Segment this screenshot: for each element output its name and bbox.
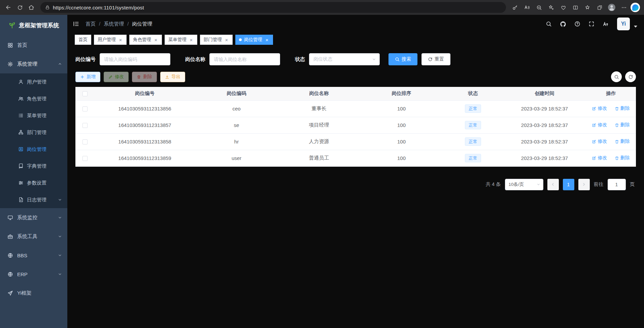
sidebar-item-post-mgmt[interactable]: 岗位管理 [0,141,67,158]
row-checkbox[interactable] [82,123,88,128]
sidebar-item-erp[interactable]: ERP [0,265,67,284]
row-edit-link[interactable]: 修改 [592,138,607,144]
trash-icon [615,139,619,144]
row-checkbox[interactable] [82,106,88,111]
sidebar-item-label: 用户管理 [27,79,46,85]
breadcrumb-system-mgmt[interactable]: 系统管理 [104,21,132,27]
browser-menu-icon[interactable] [618,2,629,13]
sidebar-item-user-mgmt[interactable]: 用户管理 [0,73,67,90]
document-icon [18,197,24,202]
search-form: 岗位编号 岗位名称 状态 岗位状态 搜索 [75,53,636,65]
cell-post-id: 1641030593112313856 [94,100,195,117]
add-button[interactable]: 新增 [75,72,100,82]
refresh-table-button[interactable] [625,71,636,82]
sidebar-item-yi-framework[interactable]: Yi框架 [0,284,67,302]
status-label: 状态 [295,56,305,63]
delete-button[interactable]: 删除 [132,72,157,82]
favorites-icon[interactable] [582,2,593,13]
row-edit-link[interactable]: 修改 [592,155,607,161]
search-icon[interactable] [546,21,552,27]
tab-label: 首页 [78,37,88,43]
sidebar-item-system-monitor[interactable]: 系统监控 [0,208,67,227]
tab-user-mgmt[interactable]: 用户管理 [94,35,127,45]
sidebar-item-dict-mgmt[interactable]: 字典管理 [0,158,67,174]
row-delete-link[interactable]: 删除 [615,122,630,128]
export-button[interactable]: 导出 [160,72,185,82]
tab-post-mgmt[interactable]: 岗位管理 [235,35,273,45]
add-favorite-icon[interactable] [546,2,556,13]
row-edit-link[interactable]: 修改 [592,105,607,111]
user-avatar[interactable]: Yi [617,18,630,30]
help-icon[interactable] [574,21,580,27]
split-screen-icon[interactable] [570,2,581,13]
browser-back-button[interactable] [3,2,14,13]
prev-page-button[interactable] [547,179,559,190]
close-tab-icon[interactable] [189,37,194,42]
row-delete-link[interactable]: 删除 [615,105,630,111]
tab-home[interactable]: 首页 [75,35,91,45]
app-header: 首页 系统管理 岗位管理 Yi [67,15,644,33]
toggle-search-button[interactable] [611,71,622,82]
caret-down-icon[interactable] [634,26,637,28]
sidebar-item-home[interactable]: 首页 [0,36,67,55]
users-icon [18,96,24,101]
font-size-icon[interactable] [603,21,609,27]
search-icon [395,57,400,62]
breadcrumb-home[interactable]: 首页 [86,21,104,27]
row-edit-link[interactable]: 修改 [592,122,607,128]
sidebar-item-menu-mgmt[interactable]: 菜单管理 [0,107,67,124]
sidebar-toggle-icon[interactable] [73,21,79,27]
status-select[interactable]: 岗位状态 [309,53,380,65]
profile-avatar-icon[interactable] [606,2,617,13]
tab-role-mgmt[interactable]: 角色管理 [129,35,162,45]
page-size-select[interactable]: 10条/页 [505,179,543,190]
browser-refresh-button[interactable] [14,2,26,13]
copilot-icon[interactable] [631,3,640,12]
app-window: 意框架管理系统 首页 系统管理 用户管理 角色管理 菜单管理 [0,15,644,328]
sidebar-item-param-settings[interactable]: 参数设置 [0,174,67,191]
sidebar-item-dept-mgmt[interactable]: 部门管理 [0,124,67,141]
close-tab-icon[interactable] [265,37,269,42]
read-aloud-icon[interactable] [521,2,532,13]
fullscreen-icon[interactable] [588,21,595,27]
search-button[interactable]: 搜索 [388,53,417,65]
collections-icon[interactable] [594,2,605,13]
sidebar-item-bbs[interactable]: BBS [0,246,67,265]
close-tab-icon[interactable] [224,37,229,42]
password-key-icon[interactable] [509,2,520,13]
leaf-logo-icon [8,22,16,29]
sidebar-item-system-mgmt[interactable]: 系统管理 [0,55,67,73]
sidebar-item-label: 首页 [17,42,27,48]
close-tab-icon[interactable] [154,37,158,42]
reset-button[interactable]: 重置 [421,53,450,65]
header-created-time: 创建时间 [503,87,586,100]
sidebar-item-label: 参数设置 [27,180,46,186]
sidebar-item-system-tools[interactable]: 系统工具 [0,227,67,246]
zoom-out-icon[interactable] [534,2,544,13]
post-name-input[interactable] [209,53,280,65]
row-delete-link[interactable]: 删除 [615,155,630,161]
github-icon[interactable] [560,21,566,27]
edit-button[interactable]: 修改 [104,72,129,82]
row-checkbox[interactable] [82,156,88,161]
address-bar[interactable]: https://ccnetcore.com:1101/system/post [40,2,506,13]
row-checkbox[interactable] [82,139,88,144]
edit-button-label: 修改 [115,74,124,80]
tab-dept-mgmt[interactable]: 部门管理 [200,35,233,45]
tab-menu-mgmt[interactable]: 菜单管理 [165,35,197,45]
post-code-input[interactable] [100,53,170,65]
table-row: 1641030593112313857 se 项目经理 100 正常 2023-… [75,117,636,133]
sidebar: 意框架管理系统 首页 系统管理 用户管理 角色管理 菜单管理 [0,15,67,328]
select-all-checkbox[interactable] [82,91,88,96]
browser-essentials-icon[interactable] [558,2,569,13]
sidebar-item-role-mgmt[interactable]: 角色管理 [0,90,67,107]
goto-page-input[interactable] [608,179,626,190]
page-number-button[interactable]: 1 [563,179,574,190]
browser-home-button[interactable] [26,2,37,13]
chevron-down-icon [58,216,62,220]
next-page-button[interactable] [578,179,590,190]
close-tab-icon[interactable] [118,37,123,42]
row-delete-link[interactable]: 删除 [615,138,630,144]
sidebar-item-log-mgmt[interactable]: 日志管理 [0,191,67,208]
pencil-icon [592,139,596,144]
